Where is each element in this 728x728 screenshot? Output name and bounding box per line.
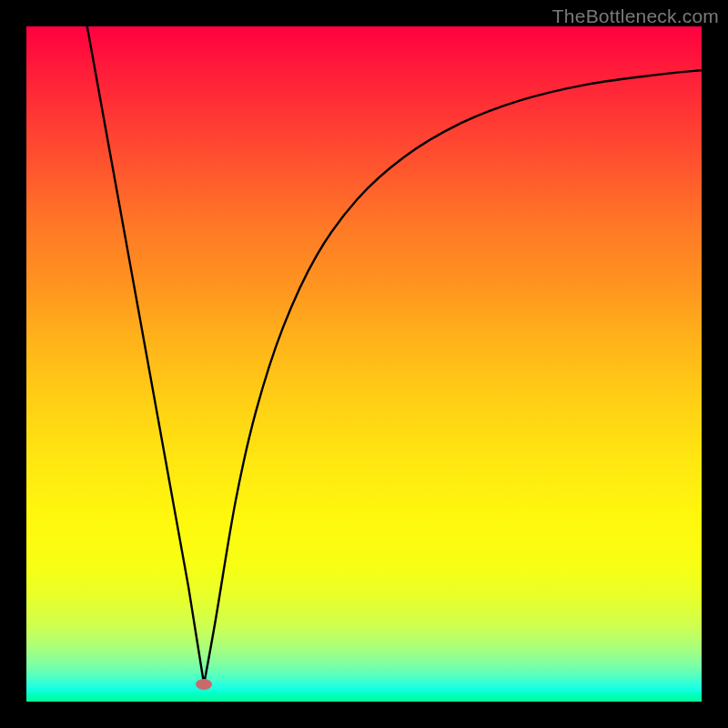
plot-area (26, 26, 702, 702)
chart-frame: TheBottleneck.com (0, 0, 728, 728)
vertex-marker (196, 679, 212, 690)
watermark-text: TheBottleneck.com (552, 5, 719, 27)
bottleneck-curve (26, 26, 702, 702)
